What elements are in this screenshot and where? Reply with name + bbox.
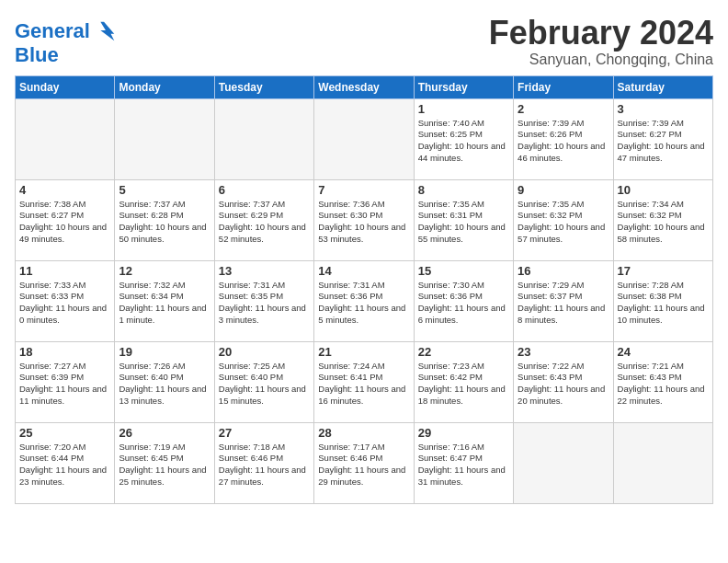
calendar-cell xyxy=(16,98,115,179)
calendar-cell: 6Sunrise: 7:37 AMSunset: 6:29 PMDaylight… xyxy=(214,179,313,260)
logo-text2: Blue xyxy=(15,44,118,66)
weekday-header-friday: Friday xyxy=(514,75,613,98)
day-info: Sunrise: 7:37 AMSunset: 6:28 PMDaylight:… xyxy=(119,199,210,246)
calendar-cell: 14Sunrise: 7:31 AMSunset: 6:36 PMDayligh… xyxy=(314,260,414,341)
week-row-2: 11Sunrise: 7:33 AMSunset: 6:33 PMDayligh… xyxy=(16,260,713,341)
day-info: Sunrise: 7:16 AMSunset: 6:47 PMDaylight:… xyxy=(418,442,509,488)
day-info: Sunrise: 7:25 AMSunset: 6:40 PMDaylight:… xyxy=(219,361,310,408)
calendar-cell: 27Sunrise: 7:18 AMSunset: 6:46 PMDayligh… xyxy=(214,422,313,503)
header: General Blue February 2024 Sanyuan, Chon… xyxy=(15,15,713,68)
calendar-cell: 16Sunrise: 7:29 AMSunset: 6:37 PMDayligh… xyxy=(514,260,613,341)
day-number: 20 xyxy=(219,345,310,359)
day-info: Sunrise: 7:23 AMSunset: 6:42 PMDaylight:… xyxy=(418,361,509,408)
day-info: Sunrise: 7:24 AMSunset: 6:41 PMDaylight:… xyxy=(318,361,409,408)
day-info: Sunrise: 7:31 AMSunset: 6:36 PMDaylight:… xyxy=(318,280,409,327)
calendar-body: 1Sunrise: 7:40 AMSunset: 6:25 PMDaylight… xyxy=(16,98,713,503)
calendar-cell: 23Sunrise: 7:22 AMSunset: 6:43 PMDayligh… xyxy=(514,341,613,422)
logo-icon xyxy=(92,18,118,44)
day-number: 18 xyxy=(19,345,110,359)
svg-marker-0 xyxy=(100,22,114,41)
weekday-header-sunday: Sunday xyxy=(16,75,115,98)
day-info: Sunrise: 7:29 AMSunset: 6:37 PMDaylight:… xyxy=(518,280,609,327)
day-number: 16 xyxy=(518,264,609,278)
month-year: February 2024 xyxy=(489,15,713,52)
calendar-cell: 17Sunrise: 7:28 AMSunset: 6:38 PMDayligh… xyxy=(613,260,712,341)
calendar-cell: 15Sunrise: 7:30 AMSunset: 6:36 PMDayligh… xyxy=(414,260,513,341)
day-info: Sunrise: 7:31 AMSunset: 6:35 PMDaylight:… xyxy=(219,280,310,327)
calendar-cell: 12Sunrise: 7:32 AMSunset: 6:34 PMDayligh… xyxy=(115,260,214,341)
calendar-cell: 3Sunrise: 7:39 AMSunset: 6:27 PMDaylight… xyxy=(613,98,712,179)
weekday-header-wednesday: Wednesday xyxy=(314,75,414,98)
calendar-cell: 22Sunrise: 7:23 AMSunset: 6:42 PMDayligh… xyxy=(414,341,513,422)
calendar-cell: 9Sunrise: 7:35 AMSunset: 6:32 PMDaylight… xyxy=(514,179,613,260)
calendar-cell xyxy=(214,98,313,179)
day-info: Sunrise: 7:19 AMSunset: 6:45 PMDaylight:… xyxy=(119,442,210,488)
day-number: 25 xyxy=(19,426,110,440)
logo: General Blue xyxy=(15,18,118,66)
day-info: Sunrise: 7:17 AMSunset: 6:46 PMDaylight:… xyxy=(318,442,409,488)
day-number: 19 xyxy=(119,345,210,359)
day-number: 3 xyxy=(618,102,709,116)
day-info: Sunrise: 7:35 AMSunset: 6:32 PMDaylight:… xyxy=(518,199,609,246)
day-info: Sunrise: 7:27 AMSunset: 6:39 PMDaylight:… xyxy=(19,361,110,408)
day-number: 4 xyxy=(19,183,110,197)
calendar-cell xyxy=(613,422,712,503)
calendar-cell: 1Sunrise: 7:40 AMSunset: 6:25 PMDaylight… xyxy=(414,98,513,179)
calendar-cell: 29Sunrise: 7:16 AMSunset: 6:47 PMDayligh… xyxy=(414,422,513,503)
logo-text: General xyxy=(15,20,90,42)
day-info: Sunrise: 7:37 AMSunset: 6:29 PMDaylight:… xyxy=(219,199,310,246)
calendar-cell: 8Sunrise: 7:35 AMSunset: 6:31 PMDaylight… xyxy=(414,179,513,260)
day-number: 27 xyxy=(219,426,310,440)
title-area: February 2024 Sanyuan, Chongqing, China xyxy=(489,15,713,68)
day-info: Sunrise: 7:39 AMSunset: 6:26 PMDaylight:… xyxy=(518,118,609,165)
day-number: 29 xyxy=(418,426,509,440)
day-number: 2 xyxy=(518,102,609,116)
day-info: Sunrise: 7:22 AMSunset: 6:43 PMDaylight:… xyxy=(518,361,609,408)
week-row-1: 4Sunrise: 7:38 AMSunset: 6:27 PMDaylight… xyxy=(16,179,713,260)
day-info: Sunrise: 7:20 AMSunset: 6:44 PMDaylight:… xyxy=(19,442,110,488)
day-number: 15 xyxy=(418,264,509,278)
week-row-3: 18Sunrise: 7:27 AMSunset: 6:39 PMDayligh… xyxy=(16,341,713,422)
day-info: Sunrise: 7:33 AMSunset: 6:33 PMDaylight:… xyxy=(19,280,110,327)
day-info: Sunrise: 7:26 AMSunset: 6:40 PMDaylight:… xyxy=(119,361,210,408)
weekday-header-saturday: Saturday xyxy=(613,75,712,98)
day-number: 12 xyxy=(119,264,210,278)
calendar-cell: 28Sunrise: 7:17 AMSunset: 6:46 PMDayligh… xyxy=(314,422,414,503)
day-number: 26 xyxy=(119,426,210,440)
calendar-cell: 18Sunrise: 7:27 AMSunset: 6:39 PMDayligh… xyxy=(16,341,115,422)
day-info: Sunrise: 7:32 AMSunset: 6:34 PMDaylight:… xyxy=(119,280,210,327)
calendar-cell: 20Sunrise: 7:25 AMSunset: 6:40 PMDayligh… xyxy=(214,341,313,422)
calendar-cell: 11Sunrise: 7:33 AMSunset: 6:33 PMDayligh… xyxy=(16,260,115,341)
day-number: 9 xyxy=(518,183,609,197)
weekday-header-monday: Monday xyxy=(115,75,214,98)
day-info: Sunrise: 7:36 AMSunset: 6:30 PMDaylight:… xyxy=(318,199,409,246)
day-info: Sunrise: 7:28 AMSunset: 6:38 PMDaylight:… xyxy=(618,280,709,327)
day-number: 6 xyxy=(219,183,310,197)
weekday-header-tuesday: Tuesday xyxy=(214,75,313,98)
day-info: Sunrise: 7:34 AMSunset: 6:32 PMDaylight:… xyxy=(618,199,709,246)
calendar-cell: 24Sunrise: 7:21 AMSunset: 6:43 PMDayligh… xyxy=(613,341,712,422)
calendar: SundayMondayTuesdayWednesdayThursdayFrid… xyxy=(15,75,713,504)
calendar-cell: 13Sunrise: 7:31 AMSunset: 6:35 PMDayligh… xyxy=(214,260,313,341)
day-number: 1 xyxy=(418,102,509,116)
calendar-cell: 7Sunrise: 7:36 AMSunset: 6:30 PMDaylight… xyxy=(314,179,414,260)
day-info: Sunrise: 7:30 AMSunset: 6:36 PMDaylight:… xyxy=(418,280,509,327)
day-number: 8 xyxy=(418,183,509,197)
calendar-cell xyxy=(514,422,613,503)
day-info: Sunrise: 7:39 AMSunset: 6:27 PMDaylight:… xyxy=(618,118,709,165)
calendar-cell: 26Sunrise: 7:19 AMSunset: 6:45 PMDayligh… xyxy=(115,422,214,503)
calendar-cell: 4Sunrise: 7:38 AMSunset: 6:27 PMDaylight… xyxy=(16,179,115,260)
calendar-cell xyxy=(115,98,214,179)
calendar-cell: 2Sunrise: 7:39 AMSunset: 6:26 PMDaylight… xyxy=(514,98,613,179)
calendar-cell: 5Sunrise: 7:37 AMSunset: 6:28 PMDaylight… xyxy=(115,179,214,260)
day-number: 28 xyxy=(318,426,409,440)
calendar-cell: 21Sunrise: 7:24 AMSunset: 6:41 PMDayligh… xyxy=(314,341,414,422)
day-info: Sunrise: 7:21 AMSunset: 6:43 PMDaylight:… xyxy=(618,361,709,408)
day-info: Sunrise: 7:18 AMSunset: 6:46 PMDaylight:… xyxy=(219,442,310,488)
day-number: 17 xyxy=(618,264,709,278)
weekday-header-thursday: Thursday xyxy=(414,75,513,98)
day-number: 22 xyxy=(418,345,509,359)
day-number: 21 xyxy=(318,345,409,359)
week-row-0: 1Sunrise: 7:40 AMSunset: 6:25 PMDaylight… xyxy=(16,98,713,179)
day-info: Sunrise: 7:40 AMSunset: 6:25 PMDaylight:… xyxy=(418,118,509,165)
